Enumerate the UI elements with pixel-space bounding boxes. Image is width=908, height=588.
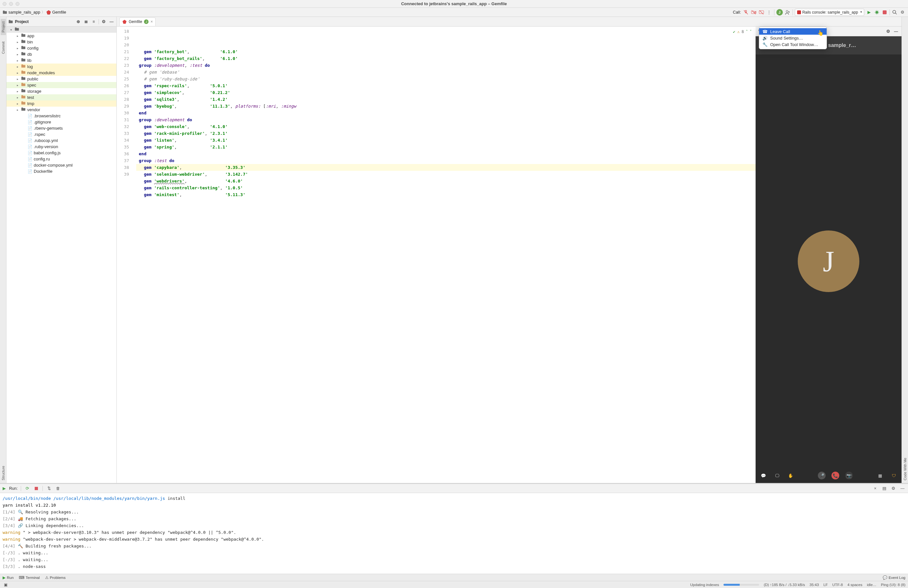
tree-file[interactable]: 📄.ruby-version	[6, 144, 116, 150]
more-icon[interactable]: ⋮	[766, 10, 772, 15]
tree-file[interactable]: 📄config.ru	[6, 156, 116, 162]
expand-all-icon[interactable]: ≣	[83, 19, 89, 25]
mic-off-icon[interactable]	[743, 10, 749, 15]
status-icon[interactable]: ▣	[3, 582, 8, 588]
debug-icon[interactable]	[874, 10, 880, 15]
tree-folder[interactable]: ▸spec	[6, 82, 116, 88]
svg-point-5	[786, 10, 788, 12]
gear-icon[interactable]: ⚙	[890, 485, 896, 492]
tree-folder[interactable]: ▸bin	[6, 39, 116, 45]
status-le[interactable]: LF	[823, 583, 828, 587]
menu-item[interactable]: ☎Leave Call	[759, 28, 827, 35]
screen-off-icon[interactable]	[758, 10, 764, 15]
tree-folder[interactable]: ▸public	[6, 76, 116, 82]
line-gutter[interactable]: 1819202122232425262728293031323334353637…	[117, 27, 132, 483]
breadcrumb-project[interactable]: sample_rails_app	[8, 10, 40, 14]
run-tool-window: ▶ Run: ⟳ ⇅ 🗑 × ▤ ⚙ — /usr/local/bin/node…	[0, 483, 908, 574]
tree-file[interactable]: 📄docker-compose.yml	[6, 162, 116, 168]
tree-file[interactable]: 📄.rubocop.yml	[6, 137, 116, 144]
stripe-tab-project[interactable]: Project	[1, 19, 6, 35]
hide-icon[interactable]: —	[900, 485, 905, 492]
gear-icon[interactable]: ⚙	[101, 19, 107, 25]
tree-file[interactable]: 📄.rbenv-gemsets	[6, 125, 116, 131]
trash-icon[interactable]: 🗑	[55, 485, 61, 492]
search-icon[interactable]	[892, 10, 898, 15]
layout-icon[interactable]: ▤	[881, 485, 887, 492]
traffic-max[interactable]	[16, 2, 19, 6]
svg-rect-28	[21, 84, 25, 86]
tree-folder[interactable]: ▸lib	[6, 57, 116, 64]
main-toolbar: sample_rails_app 〉 Gemfile Call: ⋮ J Rai…	[0, 8, 908, 17]
tree-file[interactable]: 📄.rspec	[6, 131, 116, 137]
tree-folder[interactable]: ▸node_modules	[6, 70, 116, 76]
tab-event-log[interactable]: 💬Event Log	[883, 575, 905, 580]
tab-run[interactable]: ▶Run	[3, 575, 14, 580]
stop-icon[interactable]	[882, 10, 887, 15]
user-avatar[interactable]: J	[776, 9, 783, 16]
status-enc[interactable]: UTF-8	[832, 583, 843, 587]
traffic-close[interactable]	[3, 2, 6, 6]
svg-rect-30	[21, 90, 25, 92]
tree-folder[interactable]: ▸app	[6, 33, 116, 39]
svg-marker-38	[122, 20, 127, 24]
svg-rect-37	[21, 108, 23, 109]
screen-icon[interactable]: 🖵	[773, 472, 781, 479]
raise-hand-icon[interactable]: ✋	[787, 472, 794, 479]
stripe-tab-commit[interactable]: Commit	[1, 39, 6, 56]
inspections-widget[interactable]: ✔ ⚠ 8 ˄˅	[733, 29, 752, 35]
filter-icon[interactable]: ⇅	[46, 485, 52, 492]
fold-gutter[interactable]	[132, 27, 136, 483]
tree-file[interactable]: ▾	[6, 27, 116, 33]
stop-run-icon[interactable]	[34, 485, 39, 492]
chat-icon[interactable]: 💬	[760, 472, 767, 479]
settings-icon[interactable]: ⚙	[900, 10, 905, 15]
breadcrumb-file[interactable]: Gemfile	[52, 10, 66, 14]
shield-icon[interactable]: 🛡	[890, 472, 898, 479]
tree-folder[interactable]: ▸log	[6, 64, 116, 70]
tree-folder[interactable]: ▸test	[6, 94, 116, 101]
status-indent[interactable]: 4 spaces	[847, 583, 862, 587]
collapse-all-icon[interactable]: ≡	[91, 19, 97, 25]
tab-terminal[interactable]: ⌨Terminal	[19, 575, 40, 580]
cam-toggle-icon[interactable]: 📷	[845, 472, 853, 479]
traffic-min[interactable]	[9, 2, 13, 6]
svg-rect-16	[21, 47, 25, 49]
tree-folder[interactable]: ▸config	[6, 45, 116, 51]
code-editor[interactable]: ✔ ⚠ 8 ˄˅ gem 'factory_bot', '6.1.0' gem …	[136, 27, 755, 483]
gear-icon[interactable]: ⚙	[885, 29, 891, 34]
grid-icon[interactable]: ▦	[876, 472, 884, 479]
project-tree[interactable]: ▾▸app▸bin▸config▸db▸lib▸log▸node_modules…	[6, 27, 116, 483]
rerun-icon[interactable]: ⟳	[24, 485, 30, 492]
mic-toggle-icon[interactable]: 🎤	[818, 472, 826, 479]
tree-file[interactable]: 📄.browserslistrc	[6, 113, 116, 119]
locate-icon[interactable]: ⊕	[75, 19, 81, 25]
hide-icon[interactable]: —	[893, 29, 899, 34]
tab-problems[interactable]: ⚠Problems	[45, 575, 66, 580]
tree-folder[interactable]: ▸db	[6, 51, 116, 57]
editor-tab-gemfile[interactable]: Gemfile J ×	[119, 18, 156, 26]
close-tab-icon[interactable]: ×	[150, 19, 153, 24]
stripe-tab-structure[interactable]: Structure	[1, 463, 6, 483]
tree-file[interactable]: 📄Dockerfile	[6, 168, 116, 174]
run-icon[interactable]: ▶	[866, 10, 872, 15]
menu-item[interactable]: 🔊Sound Settings…	[759, 35, 827, 41]
status-pos[interactable]: 35:43	[810, 583, 819, 587]
hangup-icon[interactable]: 📞	[831, 472, 839, 479]
tree-file[interactable]: 📄.gitignore	[6, 119, 116, 125]
voice-controls: 💬 🖵 ✋ 🎤 📞 📷 ▦ 🛡	[755, 468, 902, 483]
run-config-selector[interactable]: Rails console: sample_rails_app	[795, 9, 864, 16]
tree-folder[interactable]: ▸vendor	[6, 107, 116, 113]
tree-folder[interactable]: ▸tmp	[6, 101, 116, 107]
cam-off-icon[interactable]	[751, 10, 757, 15]
add-user-icon[interactable]	[785, 10, 790, 15]
hide-icon[interactable]: —	[109, 19, 114, 25]
run-console[interactable]: /usr/local/bin/node /usr/local/lib/node_…	[0, 493, 908, 574]
tree-folder[interactable]: ▸storage	[6, 88, 116, 94]
close-run-icon[interactable]: ×	[872, 485, 878, 492]
tree-file[interactable]: 📄babel.config.js	[6, 150, 116, 156]
left-stripe: Project Commit Structure	[0, 17, 6, 483]
stripe-tab-codewithme[interactable]: Code With Me	[903, 455, 908, 483]
project-panel: Project ⊕ ≣ ≡ ⚙ — ▾▸app▸bin▸config▸db▸li…	[6, 17, 117, 483]
window-titlebar: Connected to jetbrains's sample_rails_ap…	[0, 0, 908, 8]
menu-item[interactable]: 🔧Open Call Tool Window…	[759, 41, 827, 48]
